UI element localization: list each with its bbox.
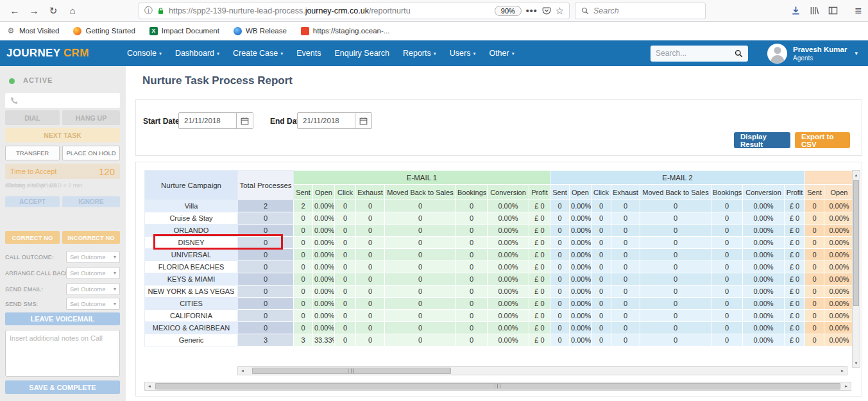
bookmark-star-icon[interactable]: ☆ <box>556 5 564 17</box>
value-cell: £ 0 <box>529 261 550 273</box>
value-cell: 0 <box>356 310 385 322</box>
incorrect-no-button[interactable]: INCORRECT NO <box>62 231 120 244</box>
table-row[interactable]: Cruise & Stay000.00%00000.00%£ 000.00%00… <box>145 212 855 225</box>
value-cell: 0 <box>238 249 294 261</box>
table-row[interactable]: DISNEY000.00%00000.00%£ 000.00%00000.00%… <box>145 237 855 249</box>
scrollbar-thumb[interactable] <box>853 180 859 306</box>
menu-icon[interactable]: ≡ <box>855 5 862 17</box>
value-cell: 0 <box>611 249 640 261</box>
scroll-left-arrow[interactable]: ◄ <box>238 367 247 375</box>
correct-no-button[interactable]: CORRECT NO <box>5 231 60 244</box>
export-csv-button[interactable]: Export to CSV <box>795 132 850 148</box>
table-row[interactable]: CALIFORNIA000.00%00000.00%£ 000.00%00000… <box>145 310 855 322</box>
table-row[interactable]: UNIVERSAL000.00%00000.00%£ 000.00%00000.… <box>145 249 855 261</box>
sidebars-icon[interactable] <box>828 6 838 15</box>
scroll-right-arrow[interactable]: ► <box>838 367 847 375</box>
downloads-icon[interactable] <box>791 6 801 15</box>
nav-item-other[interactable]: Other▾ <box>489 49 514 58</box>
pocket-icon[interactable] <box>542 6 551 15</box>
table-row[interactable]: NEW YORK & LAS VEGAS000.00%00000.00%£ 00… <box>145 286 855 298</box>
nav-item-enquiry-search[interactable]: Enquiry Search <box>334 49 389 58</box>
search-icon[interactable] <box>735 49 743 58</box>
calendar-icon[interactable] <box>355 113 371 128</box>
column-header: Conversion <box>488 185 529 200</box>
table-row[interactable]: MEXICO & CARIBBEAN000.00%00000.00%£ 000.… <box>145 322 855 334</box>
outer-horizontal-scrollbar[interactable]: ◄ ► <box>144 382 851 391</box>
value-cell: 0 <box>611 273 640 286</box>
site-info-icon[interactable]: ⓘ <box>144 5 153 17</box>
nav-item-console[interactable]: Console▾ <box>127 49 162 58</box>
scrollbar-thumb[interactable] <box>252 368 451 374</box>
start-date-input[interactable]: 21/11/2018 <box>178 112 253 129</box>
leave-voicemail-button[interactable]: LEAVE VOICEMAIL <box>5 312 120 325</box>
bookmark-staging-ocean[interactable]: https://staging.ocean-... <box>301 27 390 35</box>
group-header-email1: E-MAIL 1 <box>294 171 550 185</box>
reload-button[interactable]: ↻ <box>44 2 63 20</box>
table-row[interactable]: KEYS & MIAMI000.00%00000.00%£ 000.00%000… <box>145 273 855 286</box>
value-cell: 0.00% <box>743 322 785 334</box>
app-logo[interactable]: JOURNEY CRM <box>6 47 127 60</box>
scrollbar-thumb[interactable] <box>155 383 840 389</box>
value-cell: 0.00% <box>488 225 529 237</box>
scroll-down-arrow[interactable]: ▼ <box>853 359 860 367</box>
user-menu[interactable]: Pravesh Kumar Agents ▾ <box>767 44 858 64</box>
home-button[interactable]: ⌂ <box>63 2 82 20</box>
send-email-select[interactable]: Set Outcome▾ <box>66 283 120 295</box>
nav-item-events[interactable]: Events <box>296 49 321 58</box>
table-row[interactable]: FLORIDA BEACHES000.00%00000.00%£ 000.00%… <box>145 261 855 273</box>
table-row[interactable]: CITIES000.00%00000.00%£ 000.00%00000.00%… <box>145 298 855 310</box>
transfer-button[interactable]: TRANSFER <box>5 146 60 160</box>
value-cell: 0.00% <box>824 200 855 212</box>
inner-horizontal-scrollbar[interactable]: ◄ ► <box>237 366 847 375</box>
end-date-input[interactable]: 21/11/2018 <box>297 112 372 129</box>
send-sms-select[interactable]: Set Outcome▾ <box>66 298 120 310</box>
value-cell: 0 <box>356 225 385 237</box>
bookmark-most-visited[interactable]: ⚙ Most Visited <box>6 26 59 35</box>
url-path: /reportnurtu <box>369 6 411 15</box>
phone-number-input[interactable] <box>5 93 120 108</box>
app-search-input[interactable]: Search... <box>651 46 748 62</box>
call-outcome-select[interactable]: Set Outcome▾ <box>66 251 120 263</box>
display-result-button[interactable]: Display Result <box>734 132 790 148</box>
table-row[interactable]: Generic3333.33%00000.00%£ 000.00%00000.0… <box>145 334 855 346</box>
browser-search-field[interactable]: Search <box>575 3 706 19</box>
arrange-callback-select[interactable]: Set Outcome▾ <box>66 267 120 279</box>
bookmark-getting-started[interactable]: Getting Started <box>73 27 135 35</box>
url-bar[interactable]: ⓘ https://spp2-139-nurture-lead-process.… <box>139 3 570 19</box>
zoom-level-badge[interactable]: 90% <box>495 6 522 16</box>
page-actions-icon[interactable]: ••• <box>526 6 538 16</box>
call-notes-textarea[interactable] <box>5 330 120 377</box>
table-row[interactable]: ORLANDO000.00%00000.00%£ 000.00%00000.00… <box>145 225 855 237</box>
vertical-scrollbar[interactable]: ▲ ▼ <box>852 170 860 368</box>
nav-item-dashboard[interactable]: Dashboard▾ <box>175 49 219 58</box>
value-cell: £ 0 <box>785 334 805 346</box>
place-on-hold-button[interactable]: PLACE ON HOLD <box>62 146 120 160</box>
arrange-callback-label: ARRANGE CALL BACK: <box>5 270 71 277</box>
ignore-button[interactable]: IGNORE <box>62 196 120 207</box>
save-complete-button[interactable]: SAVE & COMPLETE <box>5 380 120 394</box>
dial-button[interactable]: DIAL <box>5 110 60 125</box>
value-cell: 0 <box>640 212 711 225</box>
next-task-button[interactable]: NEXT TASK <box>5 128 120 142</box>
value-cell: £ 0 <box>529 310 550 322</box>
table-row[interactable]: Villa220.00%00000.00%£ 000.00%00000.00%£… <box>145 200 855 212</box>
value-cell: 0 <box>805 249 824 261</box>
bookmark-wb-release[interactable]: WB Release <box>234 27 287 35</box>
scroll-up-arrow[interactable]: ▲ <box>853 171 860 179</box>
library-icon[interactable] <box>810 6 819 15</box>
nav-item-users[interactable]: Users▾ <box>450 49 476 58</box>
forward-button[interactable]: → <box>24 2 44 20</box>
scroll-right-arrow[interactable]: ► <box>842 382 851 390</box>
value-cell: 0 <box>611 200 640 212</box>
back-button[interactable]: ← <box>5 2 24 20</box>
bookmark-impact-document[interactable]: X Impact Document <box>149 27 219 35</box>
value-cell: 0 <box>294 225 313 237</box>
accept-button[interactable]: ACCEPT <box>5 196 60 207</box>
value-cell: 0 <box>335 261 356 273</box>
nav-item-reports[interactable]: Reports▾ <box>403 49 436 58</box>
nav-item-create-case[interactable]: Create Case▾ <box>233 49 283 58</box>
scroll-left-arrow[interactable]: ◄ <box>145 382 154 390</box>
calendar-icon[interactable] <box>236 113 253 128</box>
value-cell: 0 <box>456 212 488 225</box>
hang-up-button[interactable]: HANG UP <box>62 110 120 125</box>
